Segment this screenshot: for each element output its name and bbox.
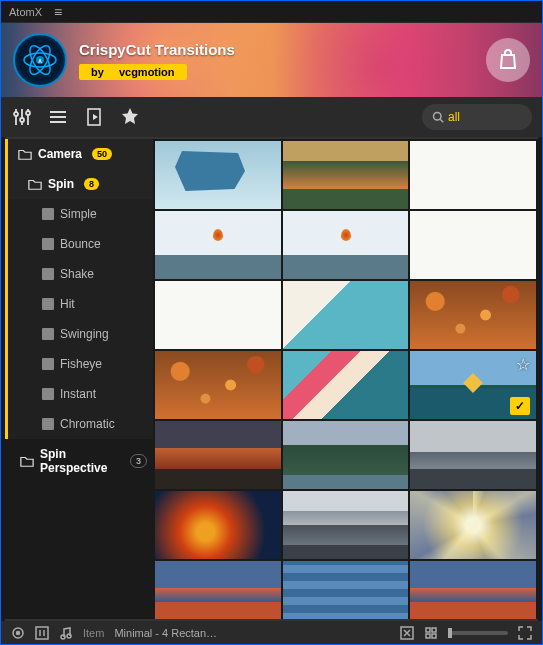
sidebar-item-camera[interactable]: Camera 50 bbox=[5, 139, 153, 169]
svg-rect-25 bbox=[42, 418, 54, 430]
preset-thumb[interactable] bbox=[155, 491, 281, 559]
fullscreen-icon[interactable] bbox=[518, 626, 532, 640]
svg-rect-28 bbox=[36, 627, 48, 639]
svg-rect-19 bbox=[42, 238, 54, 250]
favorites-star-icon[interactable] bbox=[119, 106, 141, 128]
sidebar-item-bounce[interactable]: Bounce bbox=[5, 229, 153, 259]
preset-thumb[interactable] bbox=[410, 561, 536, 619]
svg-point-8 bbox=[14, 112, 18, 116]
footer-item-value: Minimal - 4 Rectan… bbox=[114, 627, 217, 639]
settings-sliders-icon[interactable] bbox=[11, 106, 33, 128]
preset-thumb[interactable] bbox=[410, 211, 536, 279]
preset-thumb[interactable]: ☆ ✓ bbox=[410, 351, 536, 419]
selected-check-icon[interactable]: ✓ bbox=[510, 397, 530, 415]
preset-thumb[interactable] bbox=[283, 141, 409, 209]
preset-thumb[interactable] bbox=[283, 351, 409, 419]
search-value: all bbox=[448, 110, 460, 124]
preset-thumb[interactable] bbox=[410, 421, 536, 489]
preset-thumb[interactable] bbox=[410, 491, 536, 559]
svg-line-17 bbox=[440, 119, 443, 122]
svg-rect-18 bbox=[42, 208, 54, 220]
sidebar-item-hit[interactable]: Hit bbox=[5, 289, 153, 319]
category-sidebar[interactable]: Camera 50 Spin 8 Simple Bounce Shake Hit… bbox=[5, 139, 153, 619]
target-icon[interactable] bbox=[11, 626, 25, 640]
preset-thumb[interactable] bbox=[410, 141, 536, 209]
svg-point-9 bbox=[20, 118, 24, 122]
preset-thumb[interactable] bbox=[155, 141, 281, 209]
sidebar-item-fisheye[interactable]: Fisheye bbox=[5, 349, 153, 379]
svg-rect-22 bbox=[42, 328, 54, 340]
preset-thumb[interactable] bbox=[155, 561, 281, 619]
preset-thumb[interactable] bbox=[283, 491, 409, 559]
svg-point-27 bbox=[17, 632, 20, 635]
favorite-star-icon[interactable]: ☆ bbox=[516, 355, 530, 374]
preset-thumb[interactable] bbox=[155, 211, 281, 279]
preset-grid[interactable]: ☆ ✓ bbox=[153, 139, 538, 619]
sidebar-item-spin-perspective[interactable]: Spin Perspective 3 bbox=[5, 439, 153, 483]
hamburger-icon[interactable]: ≡ bbox=[54, 4, 62, 20]
pack-author[interactable]: by vcgmotion bbox=[79, 62, 235, 80]
fit-screen-icon[interactable] bbox=[400, 626, 414, 640]
search-input[interactable]: all bbox=[422, 104, 532, 130]
svg-point-10 bbox=[26, 111, 30, 115]
svg-point-32 bbox=[67, 634, 71, 638]
preset-thumb[interactable] bbox=[283, 211, 409, 279]
sidebar-item-shake[interactable]: Shake bbox=[5, 259, 153, 289]
music-note-icon[interactable] bbox=[59, 626, 73, 640]
import-file-icon[interactable] bbox=[83, 106, 105, 128]
titlebar: AtomX ≡ bbox=[1, 1, 542, 23]
sidebar-item-swinging[interactable]: Swinging bbox=[5, 319, 153, 349]
preset-thumb[interactable] bbox=[155, 351, 281, 419]
sidebar-item-simple[interactable]: Simple bbox=[5, 199, 153, 229]
preset-thumb[interactable] bbox=[410, 281, 536, 349]
thumb-size-slider[interactable] bbox=[448, 631, 508, 635]
svg-point-31 bbox=[61, 635, 65, 639]
svg-rect-21 bbox=[42, 298, 54, 310]
preset-thumb[interactable] bbox=[283, 561, 409, 619]
svg-text:A: A bbox=[38, 58, 42, 64]
preset-thumb[interactable] bbox=[155, 281, 281, 349]
app-name: AtomX bbox=[9, 6, 42, 18]
svg-point-16 bbox=[434, 113, 442, 121]
toolbar: all bbox=[1, 97, 542, 137]
preset-thumb[interactable] bbox=[155, 421, 281, 489]
pack-logo: A bbox=[13, 33, 67, 87]
svg-rect-35 bbox=[432, 628, 436, 632]
footer-bar: Item Minimal - 4 Rectan… bbox=[1, 621, 542, 645]
sidebar-item-spin[interactable]: Spin 8 bbox=[5, 169, 153, 199]
svg-rect-24 bbox=[42, 388, 54, 400]
svg-rect-23 bbox=[42, 358, 54, 370]
grid-small-icon[interactable] bbox=[424, 626, 438, 640]
preset-thumb[interactable] bbox=[283, 421, 409, 489]
pack-header: A CrispyCut Transitions by vcgmotion bbox=[1, 23, 542, 97]
svg-rect-36 bbox=[426, 634, 430, 638]
sidebar-item-chromatic[interactable]: Chromatic bbox=[5, 409, 153, 439]
svg-rect-20 bbox=[42, 268, 54, 280]
pause-icon[interactable] bbox=[35, 626, 49, 640]
svg-marker-15 bbox=[93, 114, 98, 120]
list-view-icon[interactable] bbox=[47, 106, 69, 128]
svg-rect-37 bbox=[432, 634, 436, 638]
search-icon bbox=[432, 111, 444, 123]
preset-thumb[interactable] bbox=[283, 281, 409, 349]
sidebar-item-instant[interactable]: Instant bbox=[5, 379, 153, 409]
footer-item-label: Item bbox=[83, 627, 104, 639]
svg-rect-34 bbox=[426, 628, 430, 632]
shopping-bag-button[interactable] bbox=[486, 38, 530, 82]
pack-title: CrispyCut Transitions bbox=[79, 41, 235, 58]
